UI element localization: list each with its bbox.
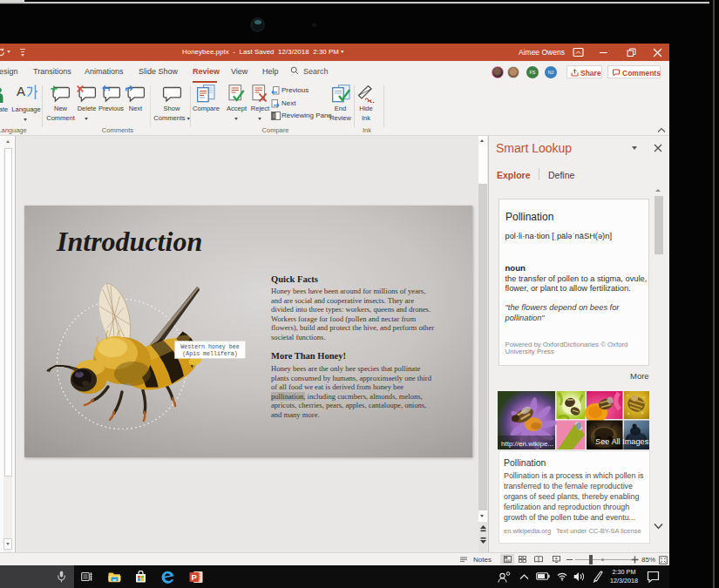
svg-text:http://en.wikipe...: http://en.wikipe...	[501, 440, 553, 448]
svg-text:See All Images: See All Images	[595, 437, 649, 446]
svg-text:(Apis mellifera): (Apis mellifera)	[182, 351, 237, 357]
svg-text:P: P	[192, 572, 198, 582]
svg-text:Western honey bee: Western honey bee	[180, 344, 239, 350]
